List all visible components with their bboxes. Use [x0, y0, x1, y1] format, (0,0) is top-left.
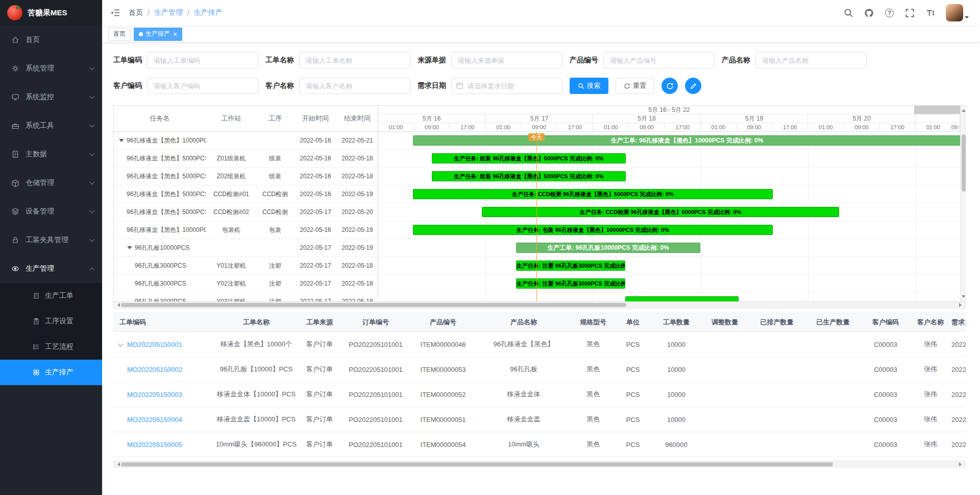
- sidebar-item-system-monitor[interactable]: 系统监控: [0, 83, 102, 111]
- gantt-bar[interactable]: 生产任务: 注塑 96孔孔板3000PCS 完成比例: 0%: [516, 278, 625, 289]
- gantt-vertical-scrollbar[interactable]: [960, 106, 966, 301]
- gantt-grid-row[interactable]: 96孔移液盒【黑色】10000PCS 2022-05-16 2022-05-21: [114, 132, 378, 150]
- search-icon[interactable]: [844, 8, 853, 18]
- order-cell: PO202205101001: [340, 382, 411, 407]
- font-size-icon[interactable]: [925, 8, 935, 18]
- gantt-bar[interactable]: 生产任务: CCD检测 96孔移液盒【黑色】5000PCS 完成比例: 0%: [413, 189, 773, 199]
- order-code-link[interactable]: MO202205150004: [127, 416, 182, 423]
- sidebar-item-fixtures[interactable]: 工装夹具管理: [0, 226, 102, 254]
- order-code-link[interactable]: MO202205150002: [127, 366, 182, 373]
- help-icon[interactable]: ?: [885, 8, 894, 18]
- breadcrumb-scheduling[interactable]: 生产排产: [194, 8, 223, 17]
- sidebar-item-scheduling[interactable]: 生产排产: [0, 360, 102, 385]
- timescale-end-block: [914, 106, 960, 114]
- hamburger-icon[interactable]: [110, 8, 120, 18]
- order-row[interactable]: MO202205150003 移液盒盒体【10000】PCS 客户订单 PO20…: [113, 382, 966, 407]
- github-icon[interactable]: [864, 8, 874, 18]
- product-name-input[interactable]: [755, 52, 867, 68]
- gantt-grid-row[interactable]: 96孔孔板10000PCS 2022-05-17 2022-05-19: [114, 239, 378, 257]
- sidebar-item-warehouse[interactable]: 仓储管理: [0, 169, 102, 197]
- tree-expand-icon[interactable]: [127, 246, 132, 252]
- scroll-up-icon[interactable]: [962, 107, 966, 112]
- scrollbar-thumb[interactable]: [121, 303, 626, 307]
- product-code-input[interactable]: [603, 52, 715, 68]
- tab-home[interactable]: 首页: [108, 28, 131, 41]
- box-icon: [11, 179, 19, 187]
- gantt-bar[interactable]: [625, 296, 739, 301]
- scroll-left-icon[interactable]: [115, 462, 120, 466]
- order-cell: 960000: [652, 432, 700, 457]
- source-doc-input[interactable]: [451, 52, 562, 68]
- search-button-label: 搜索: [587, 81, 600, 90]
- task-name: 96孔移液盒【黑色】5000PCS: [127, 154, 206, 163]
- gantt-bar[interactable]: 生产任务: 包装 96孔移液盒【黑色】10000PCS 完成比例: 0%: [413, 225, 773, 235]
- gantt-bar[interactable]: 生产任务: 组装 96孔移液盒【黑色】5000PCS 完成比例: 0%: [432, 153, 626, 163]
- row-expand-icon[interactable]: [117, 341, 123, 346]
- sidebar-item-home[interactable]: 首页: [0, 26, 102, 54]
- chevron-down-icon: [90, 237, 95, 242]
- scroll-right-icon[interactable]: [959, 303, 964, 307]
- order-row[interactable]: MO202205150005 10mm吸头【960000】PCS 客户订单 PO…: [113, 432, 966, 457]
- refresh-gantt-button[interactable]: [662, 78, 678, 94]
- demand-date-input[interactable]: [451, 78, 562, 94]
- sidebar-item-process-settings[interactable]: 工序设置: [0, 309, 102, 334]
- sidebar-item-master-data[interactable]: 主数据: [0, 140, 102, 169]
- scroll-left-icon[interactable]: [115, 303, 120, 307]
- gantt-horizontal-scrollbar[interactable]: [113, 302, 966, 309]
- timescale-week-row: 5月 16 - 5月 22: [378, 106, 960, 114]
- gantt-grid-row[interactable]: 96孔孔板3000PCS Y03注塑机 注塑 2022-05-17 2022-0…: [114, 293, 378, 301]
- gantt-grid-row[interactable]: 96孔移液盒【黑色】5000PCS Z02组装机 组装 2022-05-16 2…: [114, 168, 378, 185]
- task-start: 2022-05-16: [293, 226, 337, 233]
- scrollbar-thumb[interactable]: [121, 462, 833, 466]
- gantt-bar[interactable]: 生产任务: CCD检测 96孔移液盒【黑色】5000PCS 完成比例: 0%: [482, 207, 839, 217]
- gantt-body: 生产工单: 96孔移液盒【黑色】10000PCS 完成比例: 0%生产任务: 组…: [378, 132, 960, 301]
- orders-horizontal-scrollbar[interactable]: [113, 461, 966, 467]
- gantt-bar[interactable]: 生产任务: 注塑 96孔孔板3000PCS 完成比例: 0%: [516, 261, 625, 271]
- scale-hour-cell: 01:00: [701, 123, 737, 132]
- sidebar-item-system-admin[interactable]: 系统管理: [0, 54, 102, 83]
- order-code-link[interactable]: MO202205150003: [127, 391, 182, 398]
- order-row[interactable]: MO202205150004 移液盒盒盖【10000】PCS 客户订单 PO20…: [113, 407, 966, 432]
- order-row[interactable]: MO202205150002 96孔孔板【10000】PCS 客户订单 PO20…: [113, 357, 966, 382]
- reset-button[interactable]: 重置: [616, 78, 654, 94]
- customer-name-input[interactable]: [299, 78, 410, 94]
- gantt-grid-row[interactable]: 96孔移液盒【黑色】5000PCS CCD检测#01 CCD检测 2022-05…: [114, 185, 378, 203]
- breadcrumb-production[interactable]: 生产管理: [154, 8, 183, 17]
- gantt-grid-row[interactable]: 96孔孔板3000PCS Y02注塑机 注塑 2022-05-17 2022-0…: [114, 275, 378, 293]
- sidebar-item-equipment[interactable]: 设备管理: [0, 197, 102, 226]
- tab-scheduling[interactable]: 生产排产 ×: [134, 28, 182, 41]
- sidebar-item-work-orders[interactable]: 生产工单: [0, 283, 102, 309]
- scrollbar-thumb[interactable]: [962, 134, 966, 192]
- gantt-grid-row[interactable]: 96孔移液盒【黑色】5000PCS CCD检测#02 CCD检测 2022-05…: [114, 203, 378, 221]
- order-cell: 客户订单: [299, 357, 340, 382]
- app-logo[interactable]: 苦糖果MES: [0, 0, 102, 26]
- gantt-bar[interactable]: 生产工单: 96孔移液盒【黑色】10000PCS 完成比例: 0%: [413, 135, 960, 146]
- work-order-name-input[interactable]: [299, 52, 410, 68]
- sidebar-item-system-tools[interactable]: 系统工具: [0, 111, 102, 140]
- gantt-bar[interactable]: 生产工单: 96孔孔板10000PCS 完成比例: 0%: [516, 243, 700, 253]
- order-code-link[interactable]: MO202205150005: [127, 441, 182, 449]
- fullscreen-icon[interactable]: [905, 8, 915, 18]
- work-order-code-input[interactable]: [147, 52, 258, 68]
- tab-close-icon[interactable]: ×: [173, 31, 177, 38]
- order-cell: 客户订单: [299, 382, 340, 407]
- sidebar-item-production[interactable]: 生产管理: [0, 254, 102, 283]
- gantt-grid-row[interactable]: 96孔移液盒【黑色】5000PCS Z01组装机 组装 2022-05-16 2…: [114, 150, 378, 168]
- gantt-grid-row[interactable]: 96孔孔板3000PCS Y01注塑机 注塑 2022-05-17 2022-0…: [114, 257, 378, 275]
- search-button[interactable]: 搜索: [570, 78, 608, 94]
- gantt-bar[interactable]: 生产任务: 组装 96孔移液盒【黑色】5000PCS 完成比例: 0%: [432, 171, 626, 181]
- breadcrumb-home[interactable]: 首页: [129, 8, 143, 17]
- tree-expand-icon[interactable]: [119, 139, 124, 145]
- user-menu[interactable]: [946, 4, 969, 21]
- scroll-right-icon[interactable]: [959, 462, 964, 466]
- edit-button[interactable]: [685, 78, 701, 94]
- scroll-down-icon[interactable]: [962, 295, 966, 300]
- order-cell: [700, 382, 749, 407]
- order-cell: 客户订单: [299, 332, 340, 357]
- order-row[interactable]: MO202205150001 移液盒【黑色】10000个 客户订单 PO2022…: [113, 332, 966, 357]
- sidebar-item-process-flow[interactable]: 工艺流程: [0, 334, 102, 360]
- gantt-grid-row[interactable]: 96孔移液盒【黑色】10000PCS 包装机 包装 2022-05-16 202…: [114, 221, 378, 239]
- order-code-link[interactable]: MO202205150001: [127, 341, 182, 348]
- customer-code-input[interactable]: [147, 78, 258, 94]
- orders-header-row: 工单编码 工单名称 工单来源 订单编号 产品编号 产品名称 规格型号 单位 工单…: [113, 313, 966, 332]
